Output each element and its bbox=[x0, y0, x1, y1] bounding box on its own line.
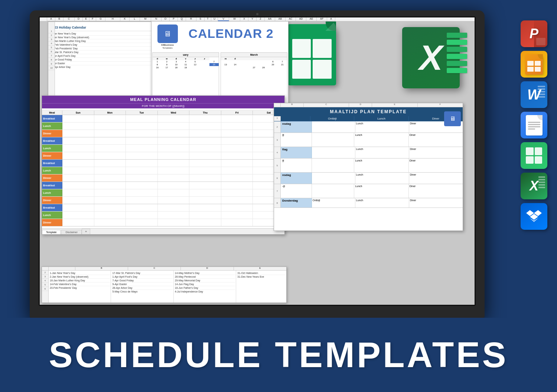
tab-disclaimer[interactable]: Disclaimer bbox=[61, 230, 82, 234]
holiday-list: 1-Jan New Year's Day 2-Jan New Year's Da… bbox=[48, 31, 155, 69]
meal-planning-title: MEAL PLANNING CALENDAR bbox=[42, 96, 284, 103]
allbusiness-small-logo: 🖥 bbox=[444, 111, 461, 126]
bottom-banner: SCHEDULE TEMPLATES bbox=[0, 318, 557, 392]
holiday-item: 16-Jan Martin Luther King Day bbox=[51, 39, 153, 43]
excel-icon-large: X bbox=[397, 20, 473, 95]
meal-col-headers: Meal Sun Mon Tue Wed Thu Fri Sat bbox=[42, 111, 284, 115]
screen-bezel: A B C D E F G H K L M N O P Q bbox=[39, 16, 476, 306]
meal-planning-window: MEAL PLANNING CALENDAR FOR THE MONTH OF … bbox=[42, 95, 285, 235]
holiday-calendar-title: 2023 Holiday Calendar bbox=[48, 22, 155, 31]
meal-planning-subtitle: FOR THE MONTH OF {{Month}} bbox=[42, 103, 284, 108]
holiday-item: 17-Mar St. Patrick's Day bbox=[51, 50, 153, 54]
sheet-tab-row: Template Disclaimer + bbox=[42, 228, 284, 234]
dropbox-icon[interactable] bbox=[521, 203, 547, 230]
google-docs-icon[interactable] bbox=[521, 112, 547, 138]
google-sheets-icon bbox=[279, 20, 344, 95]
holiday-item: 2-Jan New Year's Day (observed) bbox=[51, 36, 153, 39]
holidays-bottom-window: B C D E 2 3 4 5 6 bbox=[42, 267, 287, 303]
word-icon[interactable]: W bbox=[521, 81, 547, 108]
camera-dot bbox=[256, 13, 258, 15]
holiday-item: 20-Feb Presidents' Day bbox=[51, 47, 153, 50]
excel-x-icon[interactable]: X bbox=[521, 173, 547, 199]
holiday-item: 1-Jan New Year's Day bbox=[51, 32, 153, 36]
screen-display: A B C D E F G H K L M N O P Q bbox=[40, 17, 475, 305]
holiday-item: 1-Apr April Fool's Day bbox=[51, 54, 153, 58]
google-sheets-yellow-icon[interactable] bbox=[521, 51, 547, 78]
right-app-icons: P W bbox=[521, 20, 550, 230]
laptop-container: A B C D E F G H K L M N O P Q bbox=[30, 10, 485, 318]
tab-template[interactable]: Template bbox=[42, 230, 61, 234]
maaltijd-header: MAALTIJD PLAN TEMPLATE bbox=[274, 107, 463, 116]
bottom-title: SCHEDULE TEMPLATES bbox=[49, 334, 508, 375]
excel-grid-icon[interactable] bbox=[521, 142, 547, 169]
tab-add[interactable]: + bbox=[82, 229, 90, 234]
laptop-body: A B C D E F G H K L M N O P Q bbox=[30, 10, 485, 318]
powerpoint-icon[interactable]: P bbox=[521, 20, 547, 47]
holiday-item: 7-Apr Good Friday bbox=[51, 58, 153, 62]
holiday-item: 28-Apr Arbor Day bbox=[51, 65, 153, 69]
holiday-item: 9-Apr Easter bbox=[51, 62, 153, 65]
maaltijd-window: B C D E F MAALTIJD PLAN TEMPLATE 🖥 bbox=[274, 103, 463, 231]
excel-col-header-row: A B C D E F G H K L M N O P Q bbox=[40, 17, 475, 22]
allbusiness-logo: 🖥 AllBusiness Templates bbox=[154, 24, 180, 49]
holiday-item: 14-Feb Valentine's Day bbox=[51, 43, 153, 47]
holiday-calendar-window: 2023 Holiday Calendar 1-Jan New Year's D… bbox=[48, 22, 156, 96]
